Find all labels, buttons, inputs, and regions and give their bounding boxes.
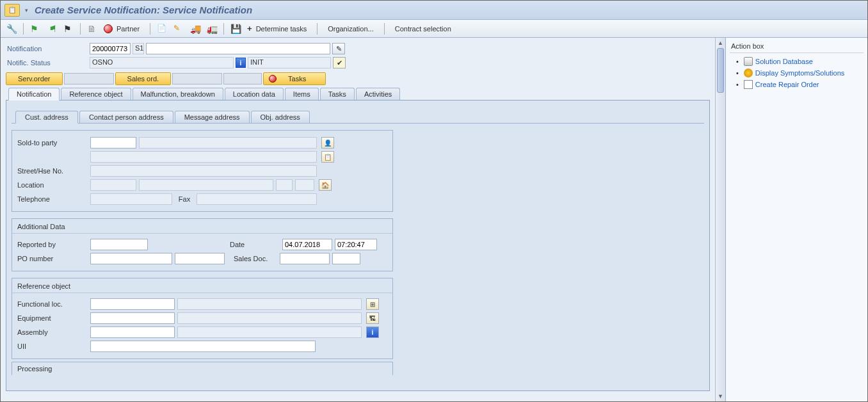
tab-reference-object[interactable]: Reference object	[61, 88, 131, 100]
uii-label: UII	[17, 342, 88, 350]
location-label: Location	[17, 181, 88, 189]
sales-order-field	[172, 73, 222, 84]
status-info-icon[interactable]: i	[236, 58, 246, 68]
action-solution-database[interactable]: Solution Database	[730, 56, 864, 67]
serv-order-button[interactable]: Serv.order	[6, 72, 63, 85]
serv-order-field	[64, 73, 114, 84]
sold-to-party-name-display	[139, 137, 317, 149]
func-loc-desc-display	[177, 298, 362, 310]
region-display	[295, 179, 314, 191]
long-text-icon[interactable]: ✎	[332, 43, 345, 54]
tasks-button[interactable]: Tasks	[263, 72, 326, 85]
reference-object-title: Reference object	[12, 282, 392, 293]
notification-label: Notification	[6, 45, 88, 52]
tab-cust-address[interactable]: Cust. address	[15, 111, 78, 124]
app-icon[interactable]: 📋	[4, 4, 20, 17]
func-loc-struct-icon[interactable]: ⊞	[366, 298, 379, 310]
notification-desc-input[interactable]	[146, 43, 330, 54]
tab-location-data[interactable]: Location data	[225, 88, 284, 100]
tab-tasks[interactable]: Tasks	[320, 88, 355, 100]
assembly-info-icon[interactable]: i	[366, 326, 379, 338]
truck1-icon[interactable]: 🚚	[188, 22, 202, 35]
sold-to-party-input[interactable]	[90, 137, 136, 149]
sales-order-button[interactable]: Sales ord.	[115, 72, 172, 85]
action-box-title: Action box	[730, 40, 864, 53]
street-display	[90, 165, 317, 177]
contract-selection-button[interactable]: Contract selection	[389, 22, 457, 35]
date-input[interactable]	[282, 239, 332, 250]
po-number-input[interactable]	[90, 253, 172, 264]
notif-status-display: OSNO	[90, 57, 234, 68]
scroll-down-icon[interactable]: ▼	[716, 391, 725, 401]
sales-doc-label: Sales Doc.	[227, 255, 277, 262]
notif-status2-display: INIT	[248, 57, 331, 68]
title-bar: 📋 ▾ Create Service Notification: Service…	[1, 1, 867, 20]
func-loc-label: Functional loc.	[17, 300, 88, 308]
address-details-icon[interactable]: 📋	[321, 151, 334, 163]
menu-dropdown-icon[interactable]: ▾	[25, 7, 28, 13]
reported-by-input[interactable]	[90, 239, 148, 250]
tab-notification[interactable]: Notification	[8, 88, 60, 100]
func-loc-input[interactable]	[90, 298, 175, 310]
flag-black-icon[interactable]: ⚑	[61, 22, 76, 35]
assembly-label: Assembly	[17, 328, 88, 336]
status-check-icon[interactable]: ✔	[333, 57, 346, 68]
scroll-up-icon[interactable]: ▲	[716, 38, 725, 48]
equipment-label: Equipment	[17, 314, 88, 322]
document-icon	[744, 80, 753, 89]
postcode-display	[90, 179, 136, 191]
page-title: Create Service Notification: Service Not…	[35, 4, 252, 15]
note-icon[interactable]: 📄	[155, 22, 169, 35]
flag-next-icon[interactable]: ⚑	[28, 22, 42, 35]
application-toolbar: 🔧 ⚑ ⚑ ⚑ 🗎 Partner 📄 ✎ 🚚 🚛 💾 +Determine t…	[1, 20, 867, 38]
edit-icon[interactable]: ✎	[172, 22, 186, 35]
equipment-input[interactable]	[90, 312, 175, 324]
assembly-input[interactable]	[90, 326, 175, 338]
sales-doc-item-input[interactable]	[332, 253, 360, 264]
time-input[interactable]	[335, 239, 377, 250]
flag-prev-icon[interactable]: ⚑	[45, 22, 59, 35]
tab-items[interactable]: Items	[285, 88, 319, 100]
uii-input[interactable]	[90, 341, 316, 352]
notification-type-display: S1	[133, 43, 144, 54]
action-display-symptoms[interactable]: Display Symptoms/Solutions	[730, 67, 864, 79]
sales-doc-input[interactable]	[280, 253, 330, 264]
additional-data-title: Additional Data	[12, 223, 392, 234]
notification-number-input[interactable]	[90, 43, 131, 54]
notif-status-label: Notific. Status	[6, 59, 88, 67]
tab-message-address[interactable]: Message address	[175, 111, 250, 123]
action-create-repair-order[interactable]: Create Repair Order	[730, 79, 864, 90]
equipment-desc-display	[177, 312, 362, 324]
truck2-icon[interactable]: 🚛	[205, 22, 219, 35]
assembly-desc-display	[177, 326, 362, 338]
save-icon[interactable]: 💾	[229, 22, 243, 35]
tab-malfunction[interactable]: Malfunction, breakdown	[133, 88, 223, 100]
date-label: Date	[230, 241, 280, 248]
scroll-thumb[interactable]	[717, 48, 724, 93]
reported-by-label: Reported by	[17, 241, 88, 248]
main-tabstrip: Notification Reference object Malfunctio…	[6, 88, 710, 100]
po-item-input[interactable]	[175, 253, 225, 264]
reference-object-group: Reference object Functional loc. ⊞ Equip…	[12, 278, 393, 359]
street-label: Street/Hse No.	[17, 167, 88, 175]
tab-content: Cust. address Contact person address Mes…	[6, 100, 710, 391]
equipment-struct-icon[interactable]: 🏗	[366, 312, 379, 324]
determine-tasks-button[interactable]: +Determine tasks	[245, 22, 312, 35]
tab-contact-person[interactable]: Contact person address	[79, 111, 173, 123]
address-tabstrip: Cust. address Contact person address Mes…	[12, 111, 704, 124]
partner-search-icon[interactable]: 👤	[321, 137, 334, 149]
partner-button[interactable]: Partner	[102, 22, 145, 35]
sold-to-party-label: Sold-to party	[17, 139, 88, 147]
document-icon[interactable]: 🗎	[85, 22, 99, 35]
processing-group-title: Processing	[12, 362, 393, 375]
organization-button[interactable]: Organization...	[322, 22, 380, 35]
telephone-display	[90, 193, 172, 205]
tool-wrench-icon[interactable]: 🔧	[4, 22, 19, 35]
vertical-scrollbar[interactable]: ▲ ▼	[715, 38, 725, 401]
tab-activities[interactable]: Activities	[356, 88, 400, 100]
action-box: Action box Solution Database Display Sym…	[725, 38, 867, 401]
tab-obj-address[interactable]: Obj. address	[251, 111, 310, 123]
country-display	[276, 179, 293, 191]
address-more-icon[interactable]: 🏠	[319, 179, 332, 191]
sold-to-party-name2-display	[90, 151, 317, 163]
